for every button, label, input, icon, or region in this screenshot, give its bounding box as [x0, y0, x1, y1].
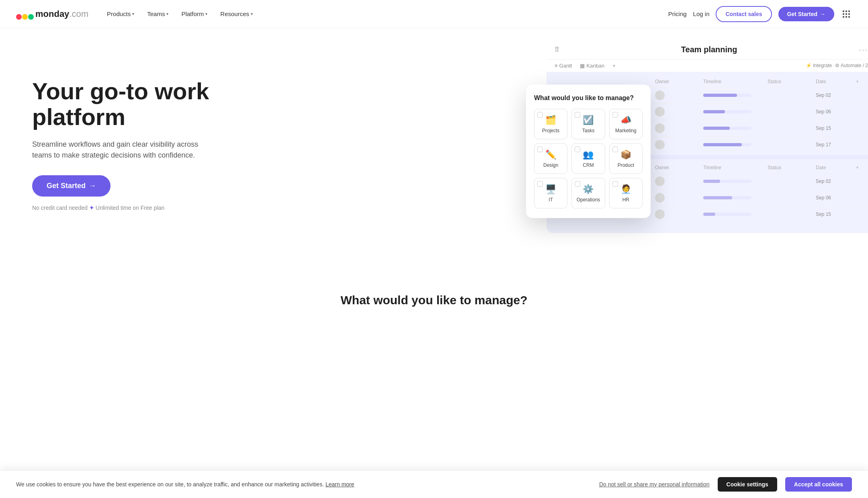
- checkbox-design[interactable]: [537, 147, 543, 152]
- nav-item-teams[interactable]: Teams ▾: [141, 7, 174, 20]
- checkbox-it[interactable]: [537, 181, 543, 187]
- checkbox-projects[interactable]: [537, 112, 543, 118]
- checkbox-crm[interactable]: [575, 147, 580, 152]
- checkbox-hr[interactable]: [612, 181, 618, 187]
- manage-item-label: IT: [549, 197, 553, 203]
- dashboard-tabs: ≡ Gantt ▦ Kanban + ⚡ Integrate ⚙ Automat…: [547, 59, 868, 72]
- nav-item-resources[interactable]: Resources ▾: [215, 7, 258, 20]
- svg-point-1: [22, 14, 28, 20]
- svg-rect-4: [845, 10, 847, 12]
- svg-rect-6: [843, 13, 844, 15]
- product-icon: 📦: [620, 150, 631, 160]
- hero-right: ⠿ Team planning ··· ≡ Gantt ▦ Kanban + ⚡…: [225, 52, 852, 237]
- manage-item-product[interactable]: 📦 Product: [609, 143, 643, 174]
- avatar: [655, 193, 665, 203]
- manage-item-label: Design: [543, 162, 558, 168]
- manage-item-it[interactable]: 🖥️ IT: [534, 178, 567, 209]
- checkbox-marketing[interactable]: [612, 112, 618, 118]
- it-icon: 🖥️: [545, 184, 556, 195]
- section-title: What would you like to manage?: [8, 269, 860, 315]
- tab-kanban[interactable]: ▦ Kanban: [580, 63, 604, 69]
- hero-section: Your go-to work platform Streamline work…: [0, 28, 868, 253]
- manage-item-tasks[interactable]: ☑️ Tasks: [571, 109, 605, 139]
- manage-item-operations[interactable]: ⚙️ Operations: [571, 178, 605, 209]
- manage-item-label: Tasks: [582, 128, 595, 133]
- tab-add[interactable]: +: [612, 63, 616, 69]
- tab-gantt[interactable]: ≡ Gantt: [555, 63, 572, 69]
- svg-rect-8: [848, 13, 850, 15]
- dashboard-grid-icon: ⠿: [555, 46, 559, 53]
- monday-logo-icon: [16, 8, 34, 20]
- nav-pricing-link[interactable]: Pricing: [668, 10, 687, 17]
- logo-wordmark: monday.com: [35, 9, 88, 19]
- manage-item-label: HR: [622, 197, 629, 203]
- manage-item-crm[interactable]: 👥 CRM: [571, 143, 605, 174]
- hr-icon: 🧑‍💼: [620, 184, 631, 195]
- manage-item-projects[interactable]: 🗂️ Projects: [534, 109, 567, 139]
- hero-title: Your go-to work platform: [32, 78, 225, 130]
- avatar: [655, 209, 665, 219]
- nav-item-platform[interactable]: Platform ▾: [176, 7, 213, 20]
- avatar: [655, 176, 665, 186]
- manage-grid: 🗂️ Projects ☑️ Tasks 📣 Marketing ✏️ De: [534, 109, 643, 209]
- manage-item-label: Projects: [542, 128, 559, 133]
- dashboard-title: Team planning: [564, 45, 854, 54]
- checkbox-operations[interactable]: [575, 181, 580, 187]
- svg-rect-7: [845, 13, 847, 15]
- svg-rect-9: [843, 16, 844, 18]
- navbar: monday.com Products ▾ Teams ▾ Platform ▾…: [0, 0, 868, 28]
- kanban-icon: ▦: [580, 63, 585, 69]
- svg-rect-11: [848, 16, 850, 18]
- design-icon: ✏️: [545, 150, 556, 160]
- integrate-button[interactable]: ⚡ Integrate: [806, 63, 832, 69]
- get-started-hero-button[interactable]: Get Started →: [32, 175, 111, 197]
- manage-item-label: Operations: [577, 197, 600, 203]
- manage-modal-title: What would you like to manage?: [534, 94, 643, 102]
- nav-right: Pricing Log in Contact sales Get Started…: [668, 6, 852, 22]
- nav-links: Products ▾ Teams ▾ Platform ▾ Resources …: [101, 7, 668, 20]
- avatar: [655, 90, 665, 100]
- chevron-down-icon: ▾: [166, 12, 168, 16]
- manage-item-label: Marketing: [615, 128, 637, 133]
- svg-rect-10: [845, 16, 847, 18]
- avatar: [655, 140, 665, 150]
- hero-note: No credit card needed ✦ Unlimited time o…: [32, 205, 225, 211]
- hero-left: Your go-to work platform Streamline work…: [32, 78, 225, 211]
- manage-item-hr[interactable]: 🧑‍💼 HR: [609, 178, 643, 209]
- operations-icon: ⚙️: [583, 184, 594, 195]
- crm-icon: 👥: [583, 150, 594, 160]
- chevron-down-icon: ▾: [205, 12, 207, 16]
- projects-icon: 🗂️: [545, 115, 556, 125]
- svg-rect-3: [843, 10, 844, 12]
- checkbox-tasks[interactable]: [575, 112, 580, 118]
- manage-item-label: Product: [618, 162, 634, 168]
- manage-item-label: CRM: [583, 162, 594, 168]
- chevron-down-icon: ▾: [251, 12, 253, 16]
- automate-button[interactable]: ⚙ Automate / 2: [835, 63, 868, 69]
- section-below: What would you like to manage?: [0, 253, 868, 347]
- tasks-icon: ☑️: [583, 115, 594, 125]
- checkbox-product[interactable]: [612, 147, 618, 152]
- dashboard-header: ⠿ Team planning ···: [547, 40, 868, 59]
- nav-item-products[interactable]: Products ▾: [101, 7, 140, 20]
- svg-rect-5: [848, 10, 850, 12]
- marketing-icon: 📣: [620, 115, 631, 125]
- avatar: [655, 123, 665, 133]
- hero-subtitle: Streamline workflows and gain clear visi…: [32, 139, 201, 161]
- avatar: [655, 107, 665, 117]
- manage-item-design[interactable]: ✏️ Design: [534, 143, 567, 174]
- dashboard-actions: ⚡ Integrate ⚙ Automate / 2: [806, 63, 868, 69]
- svg-point-0: [16, 14, 22, 20]
- chevron-down-icon: ▾: [132, 12, 134, 16]
- contact-sales-button[interactable]: Contact sales: [716, 6, 772, 22]
- svg-point-2: [28, 14, 34, 20]
- apps-grid-icon[interactable]: [841, 8, 852, 20]
- logo-link[interactable]: monday.com: [16, 8, 88, 20]
- manage-modal: What would you like to manage? 🗂️ Projec…: [526, 85, 651, 218]
- get-started-nav-button[interactable]: Get Started →: [778, 7, 834, 21]
- dashboard-more-icon[interactable]: ···: [859, 45, 868, 54]
- nav-login-link[interactable]: Log in: [693, 10, 710, 17]
- manage-item-marketing[interactable]: 📣 Marketing: [609, 109, 643, 139]
- gantt-icon: ≡: [555, 63, 558, 69]
